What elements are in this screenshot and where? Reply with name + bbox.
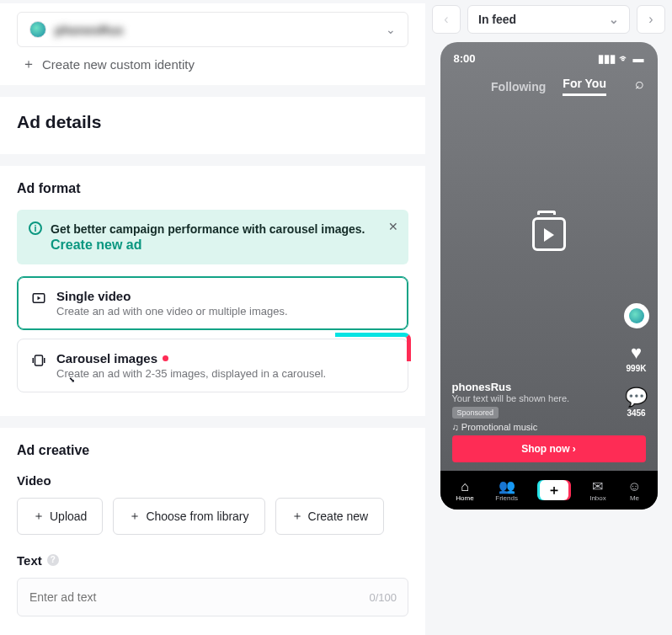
create-identity-button[interactable]: ＋ Create new custom identity [17, 47, 408, 77]
chevron-down-icon: ⌄ [609, 13, 619, 26]
create-new-button[interactable]: ＋Create new [275, 498, 385, 535]
profile-icon: ☺ [627, 479, 641, 494]
carousel-tip-banner: i Get better campaign performance with c… [17, 210, 408, 264]
identity-name: phonesRus [55, 23, 124, 37]
preview-text-placeholder: Your text will be shown here. [452, 393, 599, 403]
battery-icon: ▬ [633, 52, 644, 65]
info-icon: i [29, 221, 42, 235]
preview-music: ♫ Promotional music [452, 422, 599, 432]
inbox-icon: ✉ [592, 478, 603, 494]
tab-foryou[interactable]: For You [563, 77, 606, 96]
format-title: Single video [56, 289, 288, 303]
tip-create-ad-link[interactable]: Create new ad [51, 237, 141, 252]
plus-icon: ＋ [291, 509, 303, 524]
bottom-nav: ⌂Home 👥Friends ＋ ✉Inbox ☺Me [440, 471, 658, 510]
help-icon[interactable]: ? [47, 554, 59, 566]
signal-icon: ▮▮▮ [598, 52, 616, 65]
text-label: Text? [17, 553, 408, 568]
wifi-icon: ᯤ [619, 52, 630, 65]
section-ad-details: Ad details [17, 97, 408, 139]
preview-mode-select[interactable]: In feed ⌄ [467, 5, 630, 34]
plus-icon: ＋ [22, 56, 35, 73]
preview-profile-avatar[interactable] [624, 303, 649, 328]
format-title: Carousel images [56, 351, 157, 366]
plus-icon: ＋ [33, 509, 45, 524]
ad-text-input[interactable] [17, 578, 408, 616]
comment-icon: 💬 [625, 387, 648, 408]
tab-following[interactable]: Following [491, 80, 546, 93]
plus-icon: ＋ [129, 509, 141, 524]
preview-cta-button[interactable]: Shop now › [452, 435, 646, 462]
preview-mode-label: In feed [478, 13, 516, 26]
new-indicator-dot [163, 355, 168, 361]
video-icon [31, 291, 46, 306]
status-time: 8:00 [454, 52, 476, 65]
format-single-video[interactable]: Single video Create an ad with one video… [17, 276, 408, 330]
tip-text: Get better campaign performance with car… [51, 222, 365, 236]
video-label: Video [17, 473, 408, 488]
nav-create[interactable]: ＋ [540, 480, 568, 500]
char-counter: 0/100 [369, 590, 397, 603]
media-placeholder-icon [532, 217, 566, 251]
chevron-down-icon: ⌄ [386, 23, 396, 36]
format-desc: Create an ad with one video or multiple … [56, 305, 288, 318]
choose-library-button[interactable]: ＋Choose from library [113, 498, 264, 535]
section-ad-format: Ad format [17, 181, 408, 196]
nav-home[interactable]: ⌂Home [456, 479, 473, 502]
svg-rect-1 [35, 355, 43, 366]
chevron-left-icon: ‹ [444, 12, 448, 27]
highlight-marker [335, 333, 411, 361]
upload-button[interactable]: ＋Upload [17, 498, 103, 535]
phone-preview: 8:00 ▮▮▮ ᯤ ▬ Following For You ⌕ ♥999K 💬… [440, 42, 658, 510]
format-desc: Create an ad with 2-35 images, displayed… [56, 367, 326, 380]
search-icon[interactable]: ⌕ [635, 75, 644, 93]
identity-selector[interactable]: phonesRus ⌄ [17, 12, 408, 47]
status-indicators: ▮▮▮ ᯤ ▬ [598, 52, 644, 65]
like-count[interactable]: ♥999K [627, 342, 647, 373]
home-icon: ⌂ [461, 479, 469, 494]
format-carousel-images[interactable]: Carousel images Create an ad with 2-35 i… [17, 339, 408, 392]
nav-inbox[interactable]: ✉Inbox [589, 478, 606, 502]
identity-avatar [29, 21, 46, 38]
nav-friends[interactable]: 👥Friends [495, 478, 518, 502]
nav-me[interactable]: ☺Me [627, 479, 641, 502]
preview-next-button[interactable]: › [637, 5, 665, 34]
carousel-icon [31, 353, 46, 368]
comment-count[interactable]: 💬3456 [625, 387, 648, 418]
preview-prev-button[interactable]: ‹ [432, 5, 461, 34]
section-ad-creative: Ad creative [17, 443, 408, 458]
friends-icon: 👥 [499, 478, 515, 494]
chevron-right-icon: › [648, 12, 653, 27]
close-icon[interactable]: ✕ [388, 220, 398, 233]
sponsored-badge: Sponsored [452, 407, 499, 419]
preview-account: phonesRus [452, 381, 599, 393]
create-identity-label: Create new custom identity [42, 57, 195, 72]
heart-icon: ♥ [631, 342, 642, 364]
